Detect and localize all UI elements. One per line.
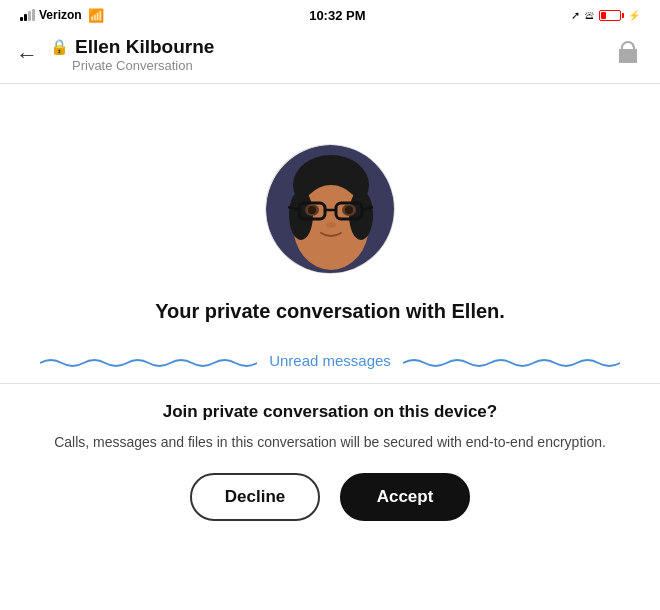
- avatar: [265, 144, 395, 274]
- join-description: Calls, messages and files in this conver…: [40, 432, 620, 453]
- header-left: ← 🔒 Ellen Kilbourne Private Conversation: [16, 36, 214, 73]
- charging-icon: ⚡: [628, 10, 640, 21]
- timer-lock-icon[interactable]: [616, 40, 640, 69]
- wave-left: [40, 356, 257, 366]
- svg-point-14: [308, 206, 316, 214]
- back-button[interactable]: ←: [16, 44, 38, 66]
- carrier-label: Verizon: [39, 8, 82, 22]
- status-left: Verizon 📶: [20, 8, 104, 23]
- location-icon: ➚: [571, 9, 580, 22]
- wave-right: [403, 356, 620, 366]
- conversation-type: Private Conversation: [72, 58, 214, 73]
- wifi-icon: 📶: [88, 8, 104, 23]
- svg-point-15: [345, 206, 353, 214]
- battery-icon: [599, 10, 624, 21]
- svg-point-16: [326, 222, 336, 228]
- header-title-block: 🔒 Ellen Kilbourne Private Conversation: [50, 36, 214, 73]
- status-time: 10:32 PM: [309, 8, 365, 23]
- private-conversation-text: Your private conversation with Ellen.: [115, 298, 545, 324]
- contact-name: Ellen Kilbourne: [75, 36, 214, 58]
- join-conversation-box: Join private conversation on this device…: [0, 383, 660, 521]
- action-buttons: Decline Accept: [40, 473, 620, 521]
- lock-icon: 🔒: [50, 38, 69, 56]
- unread-divider: Unread messages: [0, 352, 660, 369]
- signal-bars-icon: [20, 9, 35, 21]
- status-right: ➚ 🛎 ⚡: [571, 9, 640, 22]
- unread-label: Unread messages: [269, 352, 391, 369]
- decline-button[interactable]: Decline: [190, 473, 320, 521]
- join-title: Join private conversation on this device…: [40, 400, 620, 424]
- bluetooth-icon: 🛎: [584, 9, 595, 21]
- accept-button[interactable]: Accept: [340, 473, 470, 521]
- status-bar: Verizon 📶 10:32 PM ➚ 🛎 ⚡: [0, 0, 660, 28]
- header: ← 🔒 Ellen Kilbourne Private Conversation: [0, 28, 660, 84]
- main-content: Your private conversation with Ellen. Un…: [0, 84, 660, 521]
- header-title-row: 🔒 Ellen Kilbourne: [50, 36, 214, 58]
